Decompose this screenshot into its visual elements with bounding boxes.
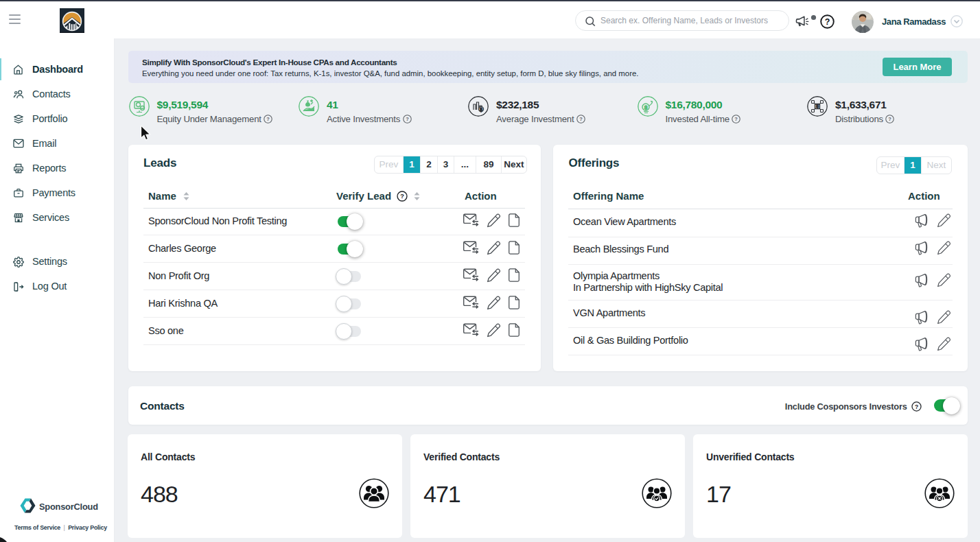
svg-text:$: $ [480, 107, 482, 113]
svg-text:?: ? [400, 193, 404, 200]
svg-text:?: ? [889, 116, 892, 122]
svg-text:$: $ [644, 104, 647, 110]
svg-text:?: ? [406, 116, 409, 122]
svg-text:$: $ [816, 104, 819, 109]
svg-text:?: ? [915, 403, 918, 410]
svg-text:?: ? [579, 116, 583, 122]
svg-text:?: ? [735, 116, 738, 122]
svg-text:?: ? [825, 17, 830, 27]
svg-text:?: ? [267, 116, 270, 122]
